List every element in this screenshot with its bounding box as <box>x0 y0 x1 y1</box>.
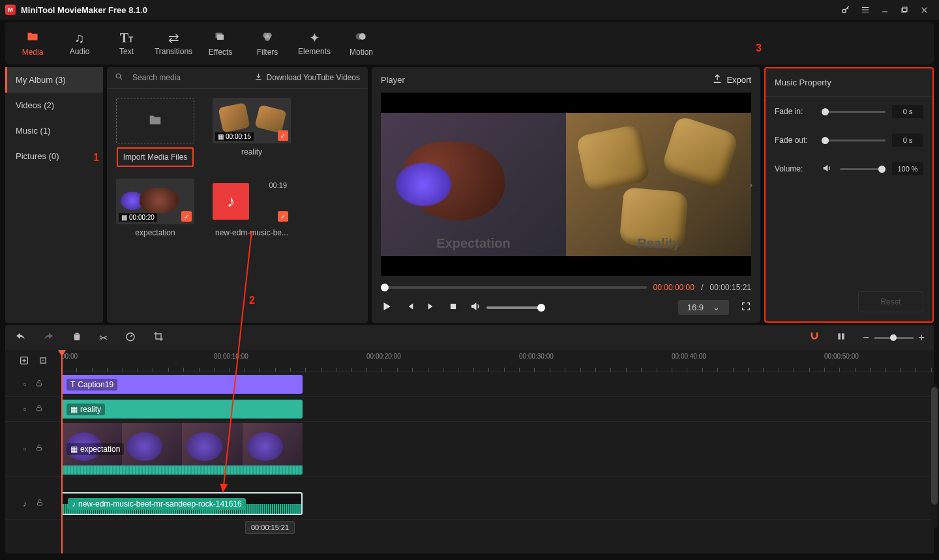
svg-rect-11 <box>451 303 456 308</box>
media-item-expectation[interactable]: ▦ 00:00:20 ✓ expectation <box>116 179 194 237</box>
menu-icon[interactable] <box>856 0 875 20</box>
media-thumbnail[interactable]: ▦ 00:00:20 ✓ <box>116 179 194 224</box>
play-icon[interactable] <box>381 301 393 315</box>
crop-icon[interactable] <box>153 331 164 344</box>
preview-right: Reality <box>566 113 751 256</box>
collapse-tracks-icon[interactable] <box>38 356 48 367</box>
svg-rect-22 <box>38 503 42 506</box>
media-item-reality[interactable]: ▦ 00:00:15 ✓ reality <box>213 98 291 167</box>
save-track-icon[interactable]: ▫ <box>23 444 27 454</box>
license-key-icon[interactable] <box>836 0 856 20</box>
clip-expectation[interactable]: ▦expectation <box>61 423 303 475</box>
lock-icon[interactable] <box>35 443 43 454</box>
player-panel: Player Export Expectation Reality <box>372 67 760 323</box>
fade-out-value[interactable]: 0 s <box>892 134 923 147</box>
timeline-ruler[interactable]: 00:00 00:00:10:00 00:00:20:00 00:00:30:0… <box>61 350 934 372</box>
clip-audio[interactable]: ♪new-edm-music-beet-mr-sandeep-rock-1416… <box>61 492 303 515</box>
stop-icon[interactable] <box>449 302 458 314</box>
track-audio: ♪ ♪new-edm-music-beet-mr-sandeep-rock-14… <box>5 488 934 520</box>
save-track-icon[interactable]: ▫ <box>23 404 27 414</box>
ribbon-tab-audio[interactable]: ♫ Audio <box>57 25 102 62</box>
zoom-slider[interactable] <box>874 337 914 339</box>
library-tab-music[interactable]: Music (1) <box>5 118 103 143</box>
media-item-label: expectation <box>135 228 175 237</box>
track-reality: ▫ ▦reality <box>5 397 934 422</box>
fullscreen-icon[interactable] <box>741 301 751 314</box>
player-volume-slider[interactable] <box>486 306 545 309</box>
filters-icon <box>261 30 274 45</box>
volume-slider[interactable] <box>840 168 886 170</box>
speed-icon[interactable] <box>125 331 136 345</box>
prev-frame-icon[interactable] <box>404 301 415 314</box>
timeline-scrollbar[interactable] <box>931 385 938 528</box>
split-icon[interactable]: ✂ <box>99 332 108 344</box>
save-track-icon[interactable]: ▫ <box>23 379 27 389</box>
volume-value[interactable]: 100 % <box>892 162 923 175</box>
lock-icon[interactable] <box>35 379 43 390</box>
lock-icon[interactable] <box>35 404 43 415</box>
fade-in-value[interactable]: 0 s <box>892 105 923 118</box>
player-viewport[interactable]: Expectation Reality › <box>381 93 751 276</box>
titlebar: M MiniTool MovieMaker Free 8.1.0 <box>0 0 939 20</box>
media-duration-badge: ▦ 00:00:15 <box>215 132 254 141</box>
download-youtube-button[interactable]: Download YouTube Videos <box>254 72 360 83</box>
transitions-icon: ⇄ <box>168 31 179 44</box>
chevron-right-icon[interactable]: › <box>750 179 753 189</box>
text-icon: TT <box>120 31 134 44</box>
zoom-in-icon[interactable]: + <box>919 332 925 344</box>
library-tab-videos[interactable]: Videos (2) <box>5 93 103 118</box>
ribbon-tab-media[interactable]: Media <box>10 25 55 62</box>
media-item-audio[interactable]: ♪ 00:19 ✓ new-edm-music-be... <box>213 179 291 237</box>
minimize-icon[interactable] <box>875 0 895 20</box>
import-media-button[interactable]: Import Media Files <box>117 147 194 167</box>
ribbon-tab-effects[interactable]: Effects <box>198 25 243 62</box>
import-dropzone[interactable] <box>116 98 194 143</box>
svg-rect-4 <box>216 33 222 38</box>
magnet-icon[interactable] <box>809 331 820 344</box>
library-tab-pictures[interactable]: Pictures (0) <box>5 143 103 169</box>
ribbon-tab-text[interactable]: TT Text <box>104 25 149 62</box>
search-input[interactable]: Search media <box>132 73 248 82</box>
ribbon-label: Elements <box>298 47 331 56</box>
export-label: Export <box>726 75 751 85</box>
library-tab-myalbum[interactable]: My Album (3) <box>5 67 103 93</box>
clip-caption[interactable]: TCaption19 <box>61 375 303 394</box>
maximize-icon[interactable] <box>895 0 914 20</box>
svg-rect-20 <box>37 408 42 411</box>
media-thumbnail[interactable]: ▦ 00:00:15 ✓ <box>213 98 291 143</box>
aspect-ratio-dropdown[interactable]: 16:9 ⌄ <box>678 300 729 315</box>
add-track-icon[interactable] <box>19 355 29 368</box>
media-thumbnail[interactable]: ♪ 00:19 ✓ <box>213 179 291 224</box>
music-note-icon[interactable]: ♪ <box>23 499 27 508</box>
fade-out-slider[interactable] <box>822 140 886 141</box>
ribbon-label: Motion <box>350 48 373 57</box>
redo-icon[interactable] <box>43 331 55 345</box>
playhead[interactable] <box>61 350 63 553</box>
fade-in-slider[interactable] <box>822 111 886 113</box>
lock-icon[interactable] <box>36 498 44 509</box>
ribbon-tab-motion[interactable]: Motion <box>339 25 383 62</box>
ribbon-tab-transitions[interactable]: ⇄ Transitions <box>151 25 196 62</box>
reset-button[interactable]: Reset <box>858 291 923 312</box>
undo-icon[interactable] <box>14 331 26 345</box>
next-frame-icon[interactable] <box>426 301 437 314</box>
search-icon <box>115 72 123 83</box>
audio-thumbnail-icon: ♪ <box>213 183 249 220</box>
import-media-slot[interactable]: Import Media Files <box>116 98 194 167</box>
music-property-panel: Music Property Fade in: 0 s Fade out: 0 … <box>764 67 934 323</box>
close-icon[interactable] <box>914 0 934 20</box>
player-scrubber[interactable] <box>381 286 647 289</box>
ribbon-tab-filters[interactable]: Filters <box>245 25 290 62</box>
delete-icon[interactable] <box>72 331 82 345</box>
volume-icon[interactable] <box>470 301 481 315</box>
ribbon-label: Transitions <box>155 47 192 56</box>
svg-rect-2 <box>902 8 906 13</box>
zoom-out-icon[interactable]: − <box>863 332 869 344</box>
export-button[interactable]: Export <box>712 74 751 86</box>
volume-icon[interactable] <box>822 163 832 175</box>
folder-icon <box>25 30 40 45</box>
clip-reality[interactable]: ▦reality <box>61 400 303 419</box>
svg-rect-21 <box>37 448 42 451</box>
ribbon-tab-elements[interactable]: ✦ Elements <box>292 25 336 62</box>
track-align-icon[interactable] <box>837 331 846 344</box>
